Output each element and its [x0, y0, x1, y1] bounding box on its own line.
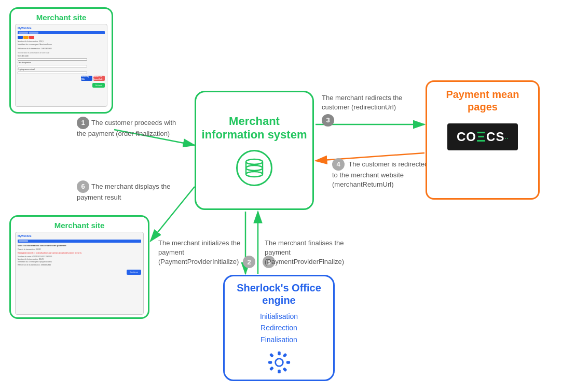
card-visa: [18, 36, 23, 39]
diagram-container: Merchant site MyWebSite Montant de la tr…: [0, 0, 562, 392]
step2-label: The merchant initializes the payment (Pa…: [158, 239, 244, 267]
mock-cards: [18, 36, 105, 39]
gear-svg: [266, 351, 292, 374]
payment-mean-pages-title: Payment mean pages: [433, 88, 532, 113]
svg-rect-16: [269, 366, 273, 371]
merchant-site-top: Merchant site MyWebSite Montant de la tr…: [9, 7, 113, 114]
mock-nav: [18, 31, 105, 34]
field-label-3: Référence de la transaction: 14867465941: [18, 48, 105, 50]
engine-title: Sherlock's Office engine: [230, 282, 328, 306]
card-mc: [23, 36, 29, 39]
result-error: Enregistrement et introduction par actio…: [18, 251, 141, 255]
mock-field-label-name: Nom de carte: [18, 55, 105, 58]
merchant-site-top-title: Merchant site: [15, 13, 107, 22]
svg-rect-12: [278, 370, 280, 373]
payment-mean-pages: Payment mean pages COΞCS..: [426, 80, 540, 200]
verified-visa: Verified by VISA: [81, 76, 92, 81]
mock-logo: MyWebSite: [18, 26, 105, 30]
svg-rect-14: [286, 361, 290, 363]
mock-nav-bottom: [18, 240, 141, 243]
nav-item-1: [19, 32, 28, 34]
step6-label: 6The merchant displays the payment resul…: [77, 180, 178, 202]
mock-field-date: [18, 65, 87, 67]
result-heading: Voici les informations concernant votre …: [18, 244, 141, 247]
browser-content-bottom: MyWebSite Voici les informations concern…: [18, 234, 141, 267]
svg-point-10: [275, 359, 283, 367]
mock-browser-bottom: MyWebSite Voici les informations concern…: [15, 232, 144, 315]
merchant-info-system-title: Merchant information system: [196, 115, 312, 142]
step3-label: The merchant redirects the customer (red…: [322, 93, 423, 127]
svg-point-6: [246, 165, 263, 171]
step5-label: The merchant finalises the payment (Paym…: [265, 239, 366, 267]
field-label-2: Identifiant du commerçant: MerchantDemo: [18, 44, 105, 46]
step1-circle: 1: [77, 117, 89, 129]
svg-point-5: [246, 159, 263, 164]
db-svg: [243, 157, 266, 179]
step4-circle: 4: [332, 158, 345, 171]
browser-content-top: MyWebSite Montant de la transaction: 124…: [18, 26, 105, 81]
merchant-site-bottom-title: Merchant site: [15, 221, 144, 230]
mock-verified: Verified by VISA MasterCard SecureCode: [18, 76, 105, 81]
mock-browser-top: MyWebSite Montant de la transaction: 124…: [15, 24, 107, 107]
mock-field-cvv: [18, 72, 87, 74]
merchant-site-bottom: Merchant site MyWebSite Voici les inform…: [9, 215, 149, 319]
step1-label: 1The customer proceeds with the payment …: [77, 117, 181, 138]
field-label-1: Montant de la transaction: 124,5: [18, 40, 105, 43]
mock-logo-bottom: MyWebSite: [18, 234, 141, 239]
merchant-info-system: Merchant information system: [195, 91, 314, 210]
svg-rect-17: [282, 367, 287, 372]
sherlocks-engine: Sherlock's Office engine Initialisation …: [223, 275, 335, 381]
step6-circle: 6: [77, 180, 89, 193]
svg-rect-13: [268, 361, 271, 363]
engine-subtitles: Initialisation Redirection Finalisation: [260, 311, 298, 345]
svg-rect-11: [278, 352, 280, 355]
mock-continue-btn: Continue: [127, 270, 141, 275]
svg-rect-18: [269, 353, 273, 358]
db-icon: [236, 150, 272, 186]
nav-item-b1: [19, 240, 28, 242]
step2-circle: 2: [243, 256, 255, 268]
step4-label: 4 The customer is redirected to the merc…: [332, 158, 433, 189]
step3-circle: 3: [322, 114, 334, 127]
card-amex: [29, 36, 34, 39]
mock-text: Veuillez saisir les combinaisons de votr…: [18, 52, 105, 54]
verified-mc: MasterCard SecureCode: [93, 76, 105, 81]
svg-point-7: [246, 172, 263, 177]
mock-field-label-cvv: Cryptogramme visuel: [18, 68, 105, 71]
nav-item-2: [29, 32, 38, 34]
mock-field-name: [18, 58, 87, 61]
svg-rect-15: [282, 353, 287, 358]
mock-field-label-date: Date d'expiration: [18, 62, 105, 64]
conecs-logo: COΞCS..: [447, 123, 518, 150]
mock-submit-btn: Submit: [92, 83, 105, 88]
